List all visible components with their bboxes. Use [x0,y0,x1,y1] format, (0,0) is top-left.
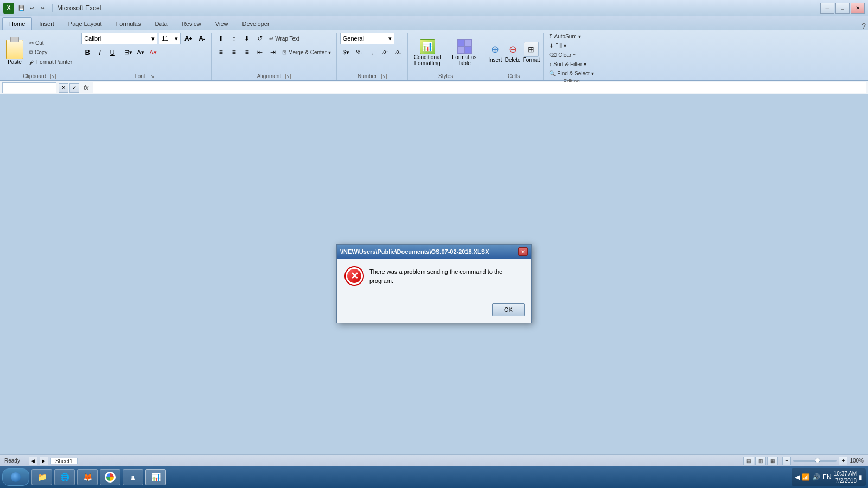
paste-button[interactable]: Paste [4,38,25,67]
taskbar-calculator[interactable]: 🖩 [123,469,143,485]
increase-indent-button[interactable]: ⇥ [267,46,279,58]
zoom-out-button[interactable]: − [782,457,791,465]
save-button[interactable]: 💾 [16,3,26,13]
format-button[interactable]: ⊞ Format [523,42,540,63]
page-break-view-button[interactable]: ▦ [767,457,778,465]
maximize-button[interactable]: □ [835,3,850,14]
taskbar-explorer[interactable]: 📁 [31,469,52,485]
tab-insert[interactable]: Insert [32,17,61,30]
clock-date: 7/2/2018 [835,477,857,484]
taskbar-ie[interactable]: 🌐 [54,469,75,485]
percent-button[interactable]: % [353,46,365,58]
redo-button[interactable]: ↪ [38,3,48,13]
font-dropdown-arrow: ▾ [151,35,155,42]
sort-filter-button[interactable]: ↕ Sort & Filter ▾ [547,60,589,68]
cancel-formula-button[interactable]: ✕ [59,83,68,93]
decrease-font-button[interactable]: A- [196,33,208,44]
format-painter-icon: 🖌 [29,59,35,65]
taskbar-excel[interactable]: 📊 [145,469,166,485]
align-center-button[interactable]: ≡ [228,46,240,58]
zoom-control: − + 100% [782,457,864,465]
ribbon-group-number: General ▾ $▾ % , .0↑ .0↓ Number ↘ [338,33,408,80]
autosum-button[interactable]: Σ AutoSum ▾ [547,33,583,41]
name-box[interactable] [2,82,56,93]
title-bar-left: X 💾 ↩ ↪ Microsoft Excel [3,3,101,14]
zoom-slider[interactable] [793,460,837,462]
align-top-button[interactable]: ⬆ [215,33,227,44]
enter-formula-button[interactable]: ✓ [69,83,79,93]
decrease-decimal-button[interactable]: .0↓ [392,46,404,58]
insert-button[interactable]: ⊕ Insert [488,42,503,63]
undo-button[interactable]: ↩ [27,3,37,13]
bold-button[interactable]: B [81,46,93,58]
increase-decimal-button[interactable]: .0↑ [379,46,391,58]
text-direction-button[interactable]: ↺ [254,33,266,44]
accounting-button[interactable]: $▾ [340,46,352,58]
sheet-scroll-left[interactable]: ◀ [29,457,37,465]
alignment-expand-icon[interactable]: ↘ [285,74,291,79]
align-middle-button[interactable]: ↕ [228,33,240,44]
view-buttons: ▤ ▥ ▦ [743,457,778,465]
network-icon: 📶 [802,473,810,481]
windows-orb [11,472,21,482]
wrap-text-button[interactable]: ↵ Wrap Text [267,35,302,43]
tab-review[interactable]: Review [175,17,208,30]
underline-button[interactable]: U [106,46,118,58]
minimize-button[interactable]: ─ [820,3,834,14]
align-left-button[interactable]: ≡ [215,46,227,58]
tab-data[interactable]: Data [148,17,174,30]
number-format-dropdown[interactable]: General ▾ [340,33,394,44]
fill-icon: ⬇ [549,43,553,49]
formula-input[interactable] [93,82,866,93]
tab-home[interactable]: Home [2,17,32,30]
tab-formulas[interactable]: Formulas [109,17,148,30]
tab-page-layout[interactable]: Page Layout [61,17,109,30]
sheet-tab-1[interactable]: Sheet1 [50,458,78,464]
format-as-table-button[interactable]: Format as Table [448,39,481,66]
dialog-ok-button[interactable]: OK [492,303,525,316]
zoom-in-button[interactable]: + [839,457,847,465]
conditional-formatting-button[interactable]: 📊 Conditional Formatting [411,39,444,66]
number-expand-icon[interactable]: ↘ [381,74,387,79]
show-desktop-button[interactable]: ▮ [859,473,863,481]
font-color-button[interactable]: A▾ [147,46,159,58]
help-icon[interactable]: ? [861,22,866,30]
italic-button[interactable]: I [94,46,106,58]
close-button[interactable]: ✕ [851,3,865,14]
copy-button[interactable]: ⧉ Copy [27,48,74,57]
comma-button[interactable]: , [366,46,378,58]
clipboard-expand-icon[interactable]: ↘ [50,74,56,79]
delete-button[interactable]: ⊖ Delete [505,42,521,63]
dialog-close-button[interactable]: ✕ [518,247,528,256]
tab-developer[interactable]: Developer [235,17,276,30]
start-button[interactable] [2,468,29,486]
sheet-scroll-right[interactable]: ▶ [40,457,48,465]
font-name-dropdown[interactable]: Calibri ▾ [81,33,157,44]
font-size-dropdown[interactable]: 11 ▾ [159,33,181,44]
taskbar-firefox[interactable]: 🦊 [77,469,98,485]
zoom-level: 100% [850,458,864,464]
formula-bar: ✕ ✓ fx [0,81,868,94]
align-bottom-button[interactable]: ⬇ [241,33,253,44]
normal-view-button[interactable]: ▤ [743,457,754,465]
clear-button[interactable]: ⌫ Clear ~ [547,51,578,59]
format-painter-button[interactable]: 🖌 Format Painter [27,58,74,66]
merge-icon: ⊡ [282,49,286,55]
taskbar-chrome[interactable] [100,469,120,485]
tray-hide-arrow[interactable]: ◀ [795,473,800,481]
tab-view[interactable]: View [208,17,235,30]
align-right-button[interactable]: ≡ [241,46,253,58]
fill-button[interactable]: ⬇ Fill ▾ [547,42,569,50]
increase-font-button[interactable]: A+ [182,33,194,44]
find-select-button[interactable]: 🔍 Find & Select ▾ [547,69,596,78]
font-expand-icon[interactable]: ↘ [150,74,155,79]
fill-color-button[interactable]: A▾ [135,46,146,58]
merge-center-button[interactable]: ⊡ Merge & Center ▾ [280,48,333,56]
autosum-label: AutoSum [554,34,577,40]
cut-button[interactable]: ✂ Cut [27,39,74,47]
clock[interactable]: 10:37 AM 7/2/2018 [834,470,857,484]
system-tray: ◀ 📶 🔊 EN 10:37 AM 7/2/2018 ▮ [792,468,866,486]
decrease-indent-button[interactable]: ⇤ [254,46,266,58]
page-layout-view-button[interactable]: ▥ [755,457,766,465]
border-button[interactable]: ⊟▾ [122,46,134,58]
